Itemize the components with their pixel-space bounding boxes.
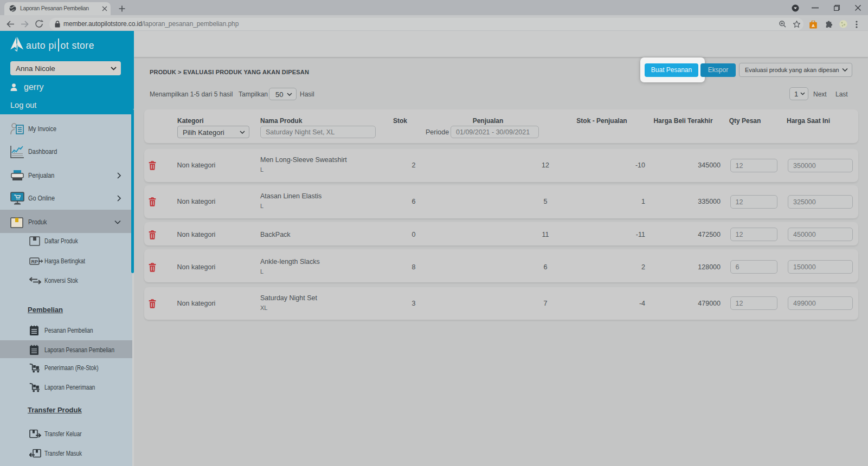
svg-text:A: A xyxy=(812,23,815,28)
svg-text:RP: RP xyxy=(31,259,38,264)
